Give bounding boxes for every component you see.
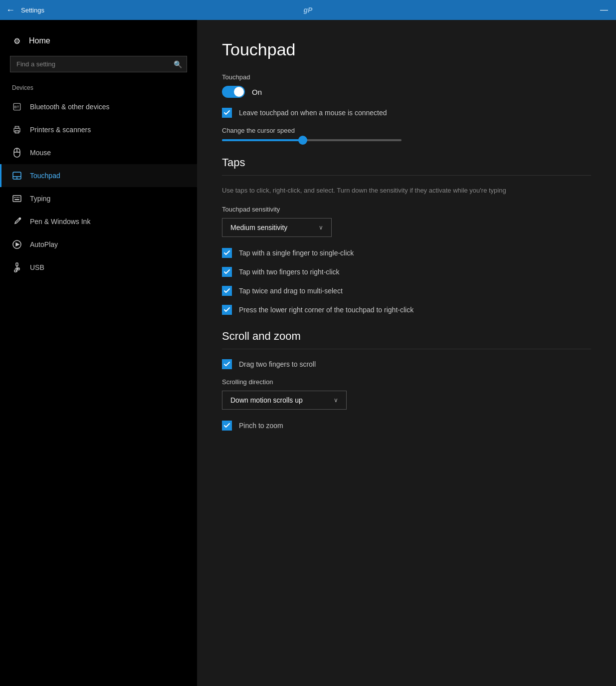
sensitivity-label: Touchpad sensitivity [222, 206, 591, 213]
sidebar-item-usb[interactable]: USB [0, 256, 197, 279]
search-input[interactable] [10, 56, 187, 72]
tap-two-fingers-checkbox[interactable] [222, 267, 232, 277]
sidebar: ⚙ Home 🔍 Devices BT Bluetooth & other de… [0, 20, 197, 686]
sidebar-item-typing[interactable]: Typing [0, 187, 197, 210]
sidebar-section-label: Devices [0, 80, 197, 95]
drag-two-fingers-row: Drag two fingers to scroll [222, 359, 591, 369]
pen-label: Pen & Windows Ink [30, 218, 90, 226]
pinch-to-zoom-row: Pinch to zoom [222, 421, 591, 431]
sidebar-item-mouse[interactable]: Mouse [0, 141, 197, 164]
pinch-to-zoom-checkbox[interactable] [222, 421, 232, 431]
toggle-row: On [222, 86, 591, 98]
scrolling-direction-dropdown[interactable]: Down motion scrolls up ∨ [222, 391, 347, 410]
sidebar-item-home[interactable]: ⚙ Home [0, 30, 197, 52]
press-lower-right-row: Press the lower right corner of the touc… [222, 305, 591, 315]
scrolling-direction-label: Scrolling direction [222, 378, 591, 386]
content-area: Touchpad Touchpad On Leave touchpad on w… [197, 20, 616, 686]
touchpad-label: Touchpad [30, 172, 60, 180]
taps-divider [222, 175, 591, 176]
scroll-zoom-divider [222, 349, 591, 349]
sensitivity-dropdown-value: Medium sensitivity [230, 224, 287, 231]
titlebar: ← Settings gP — [0, 0, 616, 20]
leave-touchpad-label: Leave touchpad on when a mouse is connec… [239, 109, 387, 117]
titlebar-title: Settings [21, 6, 44, 14]
main-layout: ⚙ Home 🔍 Devices BT Bluetooth & other de… [0, 20, 616, 686]
scrolling-dropdown-value: Down motion scrolls up [230, 396, 303, 404]
touchpad-toggle[interactable] [222, 86, 245, 98]
svg-rect-24 [17, 268, 19, 270]
press-lower-right-label: Press the lower right corner of the touc… [239, 306, 413, 314]
svg-rect-20 [16, 263, 18, 266]
slider-thumb[interactable] [298, 136, 307, 145]
titlebar-logo: gP [304, 6, 313, 14]
svg-marker-19 [16, 243, 19, 246]
tap-twice-drag-label: Tap twice and drag to multi-select [239, 287, 343, 295]
minimize-button[interactable]: — [600, 5, 608, 14]
autoplay-icon [12, 239, 22, 249]
touchpad-icon [12, 171, 22, 181]
slider-fill [222, 139, 303, 141]
mouse-icon [12, 148, 22, 158]
usb-label: USB [30, 263, 44, 271]
sensitivity-dropdown-arrow: ∨ [319, 224, 323, 231]
tap-twice-drag-row: Tap twice and drag to multi-select [222, 286, 591, 296]
cursor-speed-container: Change the cursor speed [222, 127, 591, 141]
autoplay-label: AutoPlay [30, 240, 58, 248]
sidebar-item-printers[interactable]: Printers & scanners [0, 118, 197, 141]
sidebar-home-label: Home [29, 36, 50, 45]
sidebar-item-touchpad[interactable]: Touchpad [0, 164, 197, 187]
toggle-label: On [252, 88, 262, 96]
usb-icon [12, 262, 22, 272]
scrolling-dropdown-arrow: ∨ [334, 397, 338, 404]
svg-text:BT: BT [14, 105, 19, 109]
printers-icon [12, 125, 22, 135]
press-lower-right-checkbox[interactable] [222, 305, 232, 315]
bluetooth-label: Bluetooth & other devices [30, 103, 110, 111]
tap-two-fingers-label: Tap with two fingers to right-click [239, 268, 340, 276]
leave-touchpad-row: Leave touchpad on when a mouse is connec… [222, 108, 591, 118]
cursor-speed-label: Change the cursor speed [222, 127, 591, 134]
back-button[interactable]: ← [6, 5, 15, 15]
leave-touchpad-checkbox[interactable] [222, 108, 232, 118]
svg-rect-11 [13, 196, 21, 202]
typing-icon [12, 194, 22, 204]
page-title: Touchpad [222, 40, 591, 59]
toggle-knob [234, 87, 244, 97]
svg-rect-23 [14, 270, 16, 272]
tap-twice-drag-checkbox[interactable] [222, 286, 232, 296]
sidebar-search-container: 🔍 [10, 56, 187, 72]
search-icon: 🔍 [174, 60, 182, 68]
sensitivity-dropdown[interactable]: Medium sensitivity ∨ [222, 218, 332, 237]
tap-single-checkbox[interactable] [222, 248, 232, 258]
sidebar-item-bluetooth[interactable]: BT Bluetooth & other devices [0, 95, 197, 118]
svg-point-17 [19, 218, 21, 220]
sidebar-item-pen[interactable]: Pen & Windows Ink [0, 210, 197, 233]
taps-heading: Taps [222, 156, 591, 169]
sidebar-item-autoplay[interactable]: AutoPlay [0, 233, 197, 256]
scroll-zoom-heading: Scroll and zoom [222, 330, 591, 343]
home-icon: ⚙ [12, 36, 22, 46]
bluetooth-icon: BT [12, 102, 22, 112]
mouse-label: Mouse [30, 149, 51, 157]
pinch-to-zoom-label: Pinch to zoom [239, 422, 283, 430]
tap-single-row: Tap with a single finger to single-click [222, 248, 591, 258]
cursor-speed-slider[interactable] [222, 139, 402, 141]
drag-two-fingers-label: Drag two fingers to scroll [239, 360, 316, 368]
tap-single-label: Tap with a single finger to single-click [239, 249, 354, 257]
tap-two-fingers-row: Tap with two fingers to right-click [222, 267, 591, 277]
printers-label: Printers & scanners [30, 126, 91, 134]
drag-two-fingers-checkbox[interactable] [222, 359, 232, 369]
touchpad-section-label: Touchpad [222, 73, 591, 81]
taps-description: Use taps to click, right-click, and sele… [222, 186, 511, 196]
pen-icon [12, 217, 22, 227]
svg-rect-3 [15, 126, 19, 128]
typing-label: Typing [30, 195, 50, 203]
